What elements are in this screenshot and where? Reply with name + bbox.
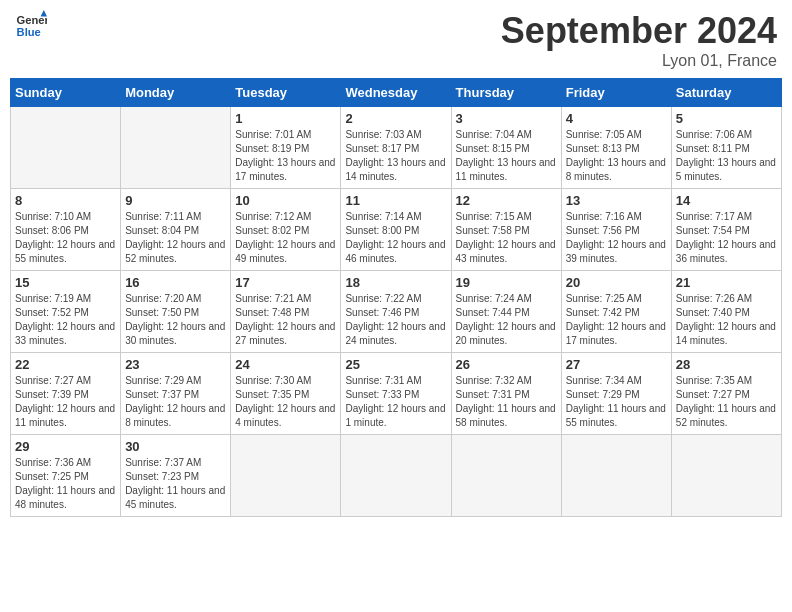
day-cell-22: 22Sunrise: 7:27 AMSunset: 7:39 PMDayligh… [11, 353, 121, 435]
day-cell-15: 15Sunrise: 7:19 AMSunset: 7:52 PMDayligh… [11, 271, 121, 353]
day-cell-21: 21Sunrise: 7:26 AMSunset: 7:40 PMDayligh… [671, 271, 781, 353]
day-cell-3: 3Sunrise: 7:04 AMSunset: 8:15 PMDaylight… [451, 107, 561, 189]
header-sunday: Sunday [11, 79, 121, 107]
day-number: 22 [15, 357, 116, 372]
day-number: 20 [566, 275, 667, 290]
day-cell-5: 5Sunrise: 7:06 AMSunset: 8:11 PMDaylight… [671, 107, 781, 189]
day-cell-9: 9Sunrise: 7:11 AMSunset: 8:04 PMDaylight… [121, 189, 231, 271]
calendar-table: SundayMondayTuesdayWednesdayThursdayFrid… [10, 78, 782, 517]
day-info: Sunrise: 7:32 AMSunset: 7:31 PMDaylight:… [456, 374, 557, 430]
day-cell-27: 27Sunrise: 7:34 AMSunset: 7:29 PMDayligh… [561, 353, 671, 435]
title-block: September 2024 Lyon 01, France [501, 10, 777, 70]
day-cell-19: 19Sunrise: 7:24 AMSunset: 7:44 PMDayligh… [451, 271, 561, 353]
day-info: Sunrise: 7:12 AMSunset: 8:02 PMDaylight:… [235, 210, 336, 266]
day-number: 2 [345, 111, 446, 126]
empty-cell [11, 107, 121, 189]
day-number: 3 [456, 111, 557, 126]
day-cell-1: 1Sunrise: 7:01 AMSunset: 8:19 PMDaylight… [231, 107, 341, 189]
day-info: Sunrise: 7:26 AMSunset: 7:40 PMDaylight:… [676, 292, 777, 348]
day-cell-20: 20Sunrise: 7:25 AMSunset: 7:42 PMDayligh… [561, 271, 671, 353]
day-number: 9 [125, 193, 226, 208]
calendar-week-4: 22Sunrise: 7:27 AMSunset: 7:39 PMDayligh… [11, 353, 782, 435]
calendar-week-5: 29Sunrise: 7:36 AMSunset: 7:25 PMDayligh… [11, 435, 782, 517]
day-cell-25: 25Sunrise: 7:31 AMSunset: 7:33 PMDayligh… [341, 353, 451, 435]
day-cell-17: 17Sunrise: 7:21 AMSunset: 7:48 PMDayligh… [231, 271, 341, 353]
empty-cell [671, 435, 781, 517]
day-number: 4 [566, 111, 667, 126]
day-number: 28 [676, 357, 777, 372]
day-info: Sunrise: 7:30 AMSunset: 7:35 PMDaylight:… [235, 374, 336, 430]
day-number: 30 [125, 439, 226, 454]
day-cell-16: 16Sunrise: 7:20 AMSunset: 7:50 PMDayligh… [121, 271, 231, 353]
day-info: Sunrise: 7:21 AMSunset: 7:48 PMDaylight:… [235, 292, 336, 348]
day-cell-14: 14Sunrise: 7:17 AMSunset: 7:54 PMDayligh… [671, 189, 781, 271]
calendar-week-2: 8Sunrise: 7:10 AMSunset: 8:06 PMDaylight… [11, 189, 782, 271]
day-number: 17 [235, 275, 336, 290]
location: Lyon 01, France [501, 52, 777, 70]
day-info: Sunrise: 7:22 AMSunset: 7:46 PMDaylight:… [345, 292, 446, 348]
day-cell-26: 26Sunrise: 7:32 AMSunset: 7:31 PMDayligh… [451, 353, 561, 435]
day-number: 5 [676, 111, 777, 126]
svg-text:Blue: Blue [17, 26, 41, 38]
page-header: General Blue General Blue September 2024… [10, 10, 782, 70]
day-number: 25 [345, 357, 446, 372]
day-number: 18 [345, 275, 446, 290]
day-cell-4: 4Sunrise: 7:05 AMSunset: 8:13 PMDaylight… [561, 107, 671, 189]
day-cell-29: 29Sunrise: 7:36 AMSunset: 7:25 PMDayligh… [11, 435, 121, 517]
header-monday: Monday [121, 79, 231, 107]
day-cell-8: 8Sunrise: 7:10 AMSunset: 8:06 PMDaylight… [11, 189, 121, 271]
day-cell-11: 11Sunrise: 7:14 AMSunset: 8:00 PMDayligh… [341, 189, 451, 271]
day-number: 12 [456, 193, 557, 208]
empty-cell [231, 435, 341, 517]
day-cell-12: 12Sunrise: 7:15 AMSunset: 7:58 PMDayligh… [451, 189, 561, 271]
day-info: Sunrise: 7:34 AMSunset: 7:29 PMDaylight:… [566, 374, 667, 430]
calendar-week-1: 1Sunrise: 7:01 AMSunset: 8:19 PMDaylight… [11, 107, 782, 189]
day-info: Sunrise: 7:27 AMSunset: 7:39 PMDaylight:… [15, 374, 116, 430]
day-header-row: SundayMondayTuesdayWednesdayThursdayFrid… [11, 79, 782, 107]
day-info: Sunrise: 7:17 AMSunset: 7:54 PMDaylight:… [676, 210, 777, 266]
day-cell-10: 10Sunrise: 7:12 AMSunset: 8:02 PMDayligh… [231, 189, 341, 271]
day-cell-2: 2Sunrise: 7:03 AMSunset: 8:17 PMDaylight… [341, 107, 451, 189]
day-number: 13 [566, 193, 667, 208]
day-number: 1 [235, 111, 336, 126]
empty-cell [451, 435, 561, 517]
day-info: Sunrise: 7:01 AMSunset: 8:19 PMDaylight:… [235, 128, 336, 184]
empty-cell [341, 435, 451, 517]
day-cell-13: 13Sunrise: 7:16 AMSunset: 7:56 PMDayligh… [561, 189, 671, 271]
day-number: 29 [15, 439, 116, 454]
month-title: September 2024 [501, 10, 777, 52]
header-wednesday: Wednesday [341, 79, 451, 107]
day-info: Sunrise: 7:14 AMSunset: 8:00 PMDaylight:… [345, 210, 446, 266]
day-info: Sunrise: 7:06 AMSunset: 8:11 PMDaylight:… [676, 128, 777, 184]
day-info: Sunrise: 7:04 AMSunset: 8:15 PMDaylight:… [456, 128, 557, 184]
day-cell-30: 30Sunrise: 7:37 AMSunset: 7:23 PMDayligh… [121, 435, 231, 517]
day-cell-24: 24Sunrise: 7:30 AMSunset: 7:35 PMDayligh… [231, 353, 341, 435]
day-info: Sunrise: 7:25 AMSunset: 7:42 PMDaylight:… [566, 292, 667, 348]
day-number: 21 [676, 275, 777, 290]
day-info: Sunrise: 7:03 AMSunset: 8:17 PMDaylight:… [345, 128, 446, 184]
header-saturday: Saturday [671, 79, 781, 107]
day-info: Sunrise: 7:11 AMSunset: 8:04 PMDaylight:… [125, 210, 226, 266]
day-number: 14 [676, 193, 777, 208]
header-friday: Friday [561, 79, 671, 107]
empty-cell [561, 435, 671, 517]
day-info: Sunrise: 7:24 AMSunset: 7:44 PMDaylight:… [456, 292, 557, 348]
day-number: 16 [125, 275, 226, 290]
day-info: Sunrise: 7:35 AMSunset: 7:27 PMDaylight:… [676, 374, 777, 430]
day-number: 27 [566, 357, 667, 372]
day-number: 19 [456, 275, 557, 290]
header-thursday: Thursday [451, 79, 561, 107]
day-info: Sunrise: 7:37 AMSunset: 7:23 PMDaylight:… [125, 456, 226, 512]
day-number: 8 [15, 193, 116, 208]
day-number: 24 [235, 357, 336, 372]
calendar-week-3: 15Sunrise: 7:19 AMSunset: 7:52 PMDayligh… [11, 271, 782, 353]
day-info: Sunrise: 7:16 AMSunset: 7:56 PMDaylight:… [566, 210, 667, 266]
logo-icon: General Blue [15, 10, 47, 42]
day-info: Sunrise: 7:20 AMSunset: 7:50 PMDaylight:… [125, 292, 226, 348]
day-cell-18: 18Sunrise: 7:22 AMSunset: 7:46 PMDayligh… [341, 271, 451, 353]
day-cell-28: 28Sunrise: 7:35 AMSunset: 7:27 PMDayligh… [671, 353, 781, 435]
day-info: Sunrise: 7:19 AMSunset: 7:52 PMDaylight:… [15, 292, 116, 348]
day-number: 23 [125, 357, 226, 372]
day-info: Sunrise: 7:31 AMSunset: 7:33 PMDaylight:… [345, 374, 446, 430]
day-number: 11 [345, 193, 446, 208]
